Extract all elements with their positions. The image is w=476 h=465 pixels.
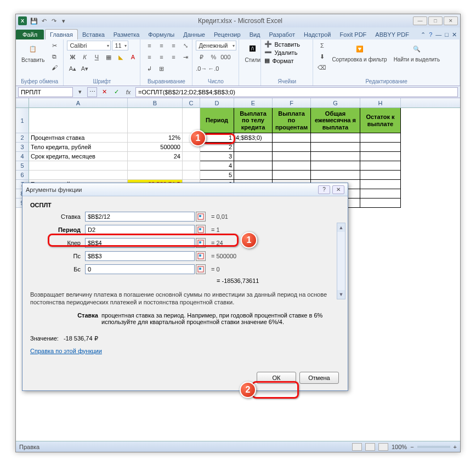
cell[interactable]: 24: [128, 152, 183, 161]
cell[interactable]: [273, 152, 311, 161]
cell[interactable]: [360, 143, 401, 152]
formula-bar-input[interactable]: =ОСПЛТ($B$2/12;D2;$B$4;$B$3;0): [135, 87, 458, 97]
row-header[interactable]: 1: [16, 108, 29, 133]
dialog-help-link[interactable]: Справка по этой функции: [30, 348, 102, 354]
number-format-select[interactable]: Денежный: [196, 41, 236, 50]
underline-button[interactable]: Ч: [91, 52, 102, 62]
wbk-close-icon[interactable]: ✕: [452, 31, 457, 38]
arg-input-fv[interactable]: [85, 264, 195, 274]
tab-addins[interactable]: Надстрой: [299, 30, 335, 39]
scroll-down-icon[interactable]: ▼: [337, 290, 345, 299]
cell[interactable]: [128, 108, 183, 133]
cell[interactable]: [311, 161, 360, 171]
cell[interactable]: [29, 161, 128, 171]
row-header[interactable]: 2: [16, 133, 29, 143]
tab-foxit[interactable]: Foxit PDF: [335, 30, 371, 39]
fill-icon[interactable]: ⬇: [316, 52, 327, 61]
merge-icon[interactable]: ⊞: [156, 64, 167, 73]
cancel-formula-icon[interactable]: ✕: [99, 87, 109, 97]
border-button[interactable]: ▦: [103, 52, 114, 62]
col-header[interactable]: G: [311, 98, 360, 107]
increase-decimal-icon[interactable]: .0→: [196, 64, 207, 73]
font-size-select[interactable]: 11: [112, 41, 128, 50]
autosum-icon[interactable]: Σ: [316, 41, 327, 50]
cell[interactable]: [311, 171, 360, 180]
ellipsis-icon[interactable]: ⋯: [87, 87, 97, 97]
cell[interactable]: 500000: [128, 143, 183, 152]
row-header[interactable]: 4: [16, 152, 29, 161]
zoom-level[interactable]: 100%: [392, 444, 407, 450]
arg-input-rate[interactable]: [85, 212, 195, 222]
orientation-icon[interactable]: ⤡: [180, 41, 191, 50]
cell[interactable]: [234, 143, 273, 152]
cell[interactable]: [183, 161, 200, 171]
italic-button[interactable]: К: [79, 52, 90, 62]
cell[interactable]: Общая ежемесячна я выплата: [311, 108, 360, 133]
view-normal-icon[interactable]: [352, 443, 362, 451]
percent-icon[interactable]: %: [208, 52, 219, 62]
scroll-up-icon[interactable]: ▲: [337, 223, 345, 232]
tab-data[interactable]: Данные: [179, 30, 209, 39]
cell[interactable]: [273, 161, 311, 171]
cell[interactable]: [360, 199, 401, 208]
tab-abbyy[interactable]: ABBYY PDF: [371, 30, 413, 39]
minimize-button[interactable]: —: [413, 16, 427, 25]
col-header[interactable]: B: [128, 98, 183, 107]
align-right-icon[interactable]: ≡: [168, 52, 179, 62]
cell[interactable]: [360, 152, 401, 161]
align-middle-icon[interactable]: ≡: [156, 41, 167, 50]
zoom-out-icon[interactable]: −: [410, 444, 413, 450]
qat-save-icon[interactable]: 💾: [29, 16, 39, 26]
cell[interactable]: Процентная ставка: [29, 133, 128, 143]
arg-input-pv[interactable]: [85, 251, 195, 261]
close-button[interactable]: ✕: [444, 16, 458, 25]
help-icon[interactable]: ?: [429, 31, 432, 38]
cell[interactable]: [273, 133, 311, 143]
col-header[interactable]: A: [29, 98, 128, 107]
cell[interactable]: Срок кредита, месяцев: [29, 152, 128, 161]
cell[interactable]: Выплата по телу кредита: [234, 108, 273, 133]
cell[interactable]: Остаток к выплате: [360, 108, 401, 133]
cell[interactable]: 12%: [128, 133, 183, 143]
view-page-break-icon[interactable]: [378, 443, 388, 451]
currency-icon[interactable]: ₽: [196, 52, 207, 62]
cell[interactable]: Тело кредита, рублей: [29, 143, 128, 152]
format-painter-icon[interactable]: 🖌: [49, 63, 60, 72]
qat-dropdown-icon[interactable]: ▾: [59, 16, 69, 26]
row-header[interactable]: 5: [16, 161, 29, 171]
row-header[interactable]: 6: [16, 171, 29, 180]
indent-icon[interactable]: ⇥: [180, 52, 191, 62]
wrap-text-icon[interactable]: ↲: [144, 64, 155, 73]
cell[interactable]: [360, 133, 401, 143]
cell[interactable]: [234, 161, 273, 171]
cell[interactable]: 4: [200, 161, 234, 171]
cells-insert-button[interactable]: ➕Вставить: [264, 41, 300, 48]
range-picker-icon[interactable]: [196, 251, 206, 261]
cell[interactable]: [183, 171, 200, 180]
font-name-select[interactable]: Calibri: [67, 41, 111, 50]
wbk-restore-icon[interactable]: □: [445, 31, 449, 38]
cell[interactable]: [360, 171, 401, 180]
ribbon-minimize-icon[interactable]: ⌃: [421, 31, 426, 38]
tab-formulas[interactable]: Формулы: [144, 30, 179, 39]
namebox-dropdown-icon[interactable]: ▾: [75, 87, 85, 97]
fx-icon[interactable]: fx: [123, 87, 133, 97]
col-header[interactable]: H: [360, 98, 401, 107]
styles-button[interactable]: 🅰 Стили: [242, 41, 263, 64]
align-left-icon[interactable]: ≡: [144, 52, 155, 62]
col-header[interactable]: D: [200, 98, 234, 107]
align-bottom-icon[interactable]: ≡: [168, 41, 179, 50]
col-header[interactable]: E: [234, 98, 273, 107]
range-picker-icon[interactable]: [196, 212, 206, 222]
dialog-titlebar[interactable]: Аргументы функции ? ✕: [22, 183, 348, 196]
enter-formula-icon[interactable]: ✓: [111, 87, 121, 97]
align-center-icon[interactable]: ≡: [156, 52, 167, 62]
cut-icon[interactable]: ✂: [49, 41, 60, 50]
select-all-button[interactable]: [16, 98, 29, 107]
font-color-button[interactable]: A: [127, 52, 138, 62]
cell[interactable]: Выплата по процентам: [273, 108, 311, 133]
cell[interactable]: [311, 143, 360, 152]
cell[interactable]: [183, 152, 200, 161]
cell[interactable]: 5: [200, 171, 234, 180]
file-tab[interactable]: Файл: [16, 30, 44, 39]
